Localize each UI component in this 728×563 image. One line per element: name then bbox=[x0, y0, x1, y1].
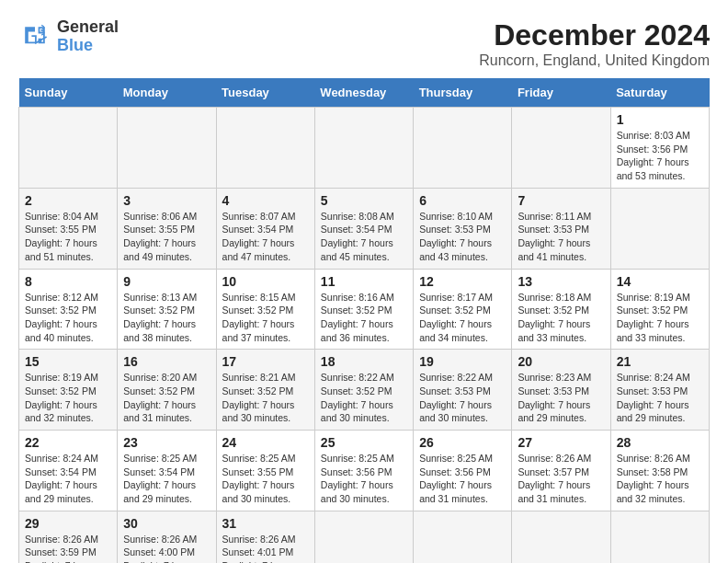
sunrise: Sunrise: 8:11 AM bbox=[518, 211, 591, 222]
sunset: Sunset: 3:55 PM bbox=[123, 224, 195, 235]
day-info: Sunrise: 8:04 AMSunset: 3:55 PMDaylight:… bbox=[25, 210, 111, 264]
calendar-cell: 14Sunrise: 8:19 AMSunset: 3:52 PMDayligh… bbox=[610, 269, 709, 350]
col-header-monday: Monday bbox=[118, 78, 216, 108]
sunrise: Sunrise: 8:17 AM bbox=[419, 292, 493, 303]
calendar-cell: 29Sunrise: 8:26 AMSunset: 3:59 PMDayligh… bbox=[19, 511, 118, 563]
sunrise: Sunrise: 8:20 AM bbox=[123, 372, 197, 383]
day-info: Sunrise: 8:08 AMSunset: 3:54 PMDaylight:… bbox=[321, 210, 407, 264]
day-number: 15 bbox=[25, 354, 111, 369]
sunset: Sunset: 3:52 PM bbox=[123, 304, 195, 316]
sunrise: Sunrise: 8:19 AM bbox=[617, 292, 690, 303]
calendar-cell: 30Sunrise: 8:26 AMSunset: 4:00 PMDayligh… bbox=[118, 511, 216, 563]
sunset: Sunset: 3:54 PM bbox=[25, 466, 97, 477]
page-title: December 2024 bbox=[479, 18, 710, 52]
sunset: Sunset: 3:53 PM bbox=[617, 385, 688, 396]
sunrise: Sunrise: 8:24 AM bbox=[617, 372, 690, 383]
calendar-cell bbox=[19, 108, 118, 189]
calendar-week-4: 15Sunrise: 8:19 AMSunset: 3:52 PMDayligh… bbox=[19, 350, 710, 431]
calendar-cell bbox=[118, 108, 216, 189]
day-info: Sunrise: 8:25 AMSunset: 3:55 PMDaylight:… bbox=[222, 452, 309, 506]
col-header-thursday: Thursday bbox=[414, 78, 512, 108]
sunrise: Sunrise: 8:24 AM bbox=[25, 453, 98, 464]
calendar-week-3: 8Sunrise: 8:12 AMSunset: 3:52 PMDaylight… bbox=[19, 269, 710, 350]
sunrise: Sunrise: 8:18 AM bbox=[518, 292, 591, 303]
day-number: 19 bbox=[419, 354, 506, 369]
daylight: Daylight: 7 hours and 51 minutes. bbox=[25, 237, 97, 262]
sunset: Sunset: 4:01 PM bbox=[222, 546, 294, 557]
sunrise: Sunrise: 8:07 AM bbox=[222, 211, 296, 222]
sunrise: Sunrise: 8:19 AM bbox=[25, 372, 98, 383]
day-number: 27 bbox=[518, 435, 604, 450]
calendar-cell bbox=[610, 188, 709, 269]
daylight: Daylight: 7 hours and 29 minutes. bbox=[123, 479, 196, 504]
sunrise: Sunrise: 8:22 AM bbox=[321, 372, 394, 383]
sunset: Sunset: 3:55 PM bbox=[25, 224, 97, 235]
col-header-friday: Friday bbox=[512, 78, 610, 108]
calendar-cell: 20Sunrise: 8:23 AMSunset: 3:53 PMDayligh… bbox=[512, 350, 610, 431]
day-info: Sunrise: 8:19 AMSunset: 3:52 PMDaylight:… bbox=[25, 371, 111, 425]
day-number: 3 bbox=[123, 193, 210, 208]
day-number: 4 bbox=[222, 193, 309, 208]
day-info: Sunrise: 8:26 AMSunset: 4:01 PMDaylight:… bbox=[222, 533, 309, 563]
sunset: Sunset: 3:56 PM bbox=[419, 466, 491, 477]
day-info: Sunrise: 8:15 AMSunset: 3:52 PMDaylight:… bbox=[222, 291, 309, 345]
sunrise: Sunrise: 8:21 AM bbox=[222, 372, 296, 383]
calendar-cell: 16Sunrise: 8:20 AMSunset: 3:52 PMDayligh… bbox=[118, 350, 216, 431]
calendar-cell bbox=[414, 511, 512, 563]
calendar-cell bbox=[512, 511, 610, 563]
sunset: Sunset: 3:53 PM bbox=[518, 385, 589, 396]
daylight: Daylight: 7 hours and 49 minutes. bbox=[123, 237, 196, 262]
day-info: Sunrise: 8:26 AMSunset: 4:00 PMDaylight:… bbox=[123, 533, 210, 563]
daylight: Daylight: 7 hours and 37 minutes. bbox=[222, 318, 295, 343]
day-number: 12 bbox=[419, 274, 506, 289]
logo-line1: General bbox=[57, 18, 119, 37]
sunset: Sunset: 3:59 PM bbox=[25, 546, 97, 557]
sunrise: Sunrise: 8:13 AM bbox=[123, 292, 197, 303]
day-info: Sunrise: 8:16 AMSunset: 3:52 PMDaylight:… bbox=[321, 291, 407, 345]
calendar-cell bbox=[216, 108, 314, 189]
calendar-week-5: 22Sunrise: 8:24 AMSunset: 3:54 PMDayligh… bbox=[19, 431, 710, 511]
daylight: Daylight: 7 hours and 32 minutes. bbox=[25, 399, 97, 424]
sunrise: Sunrise: 8:22 AM bbox=[419, 372, 493, 383]
logo-line2: Blue bbox=[57, 37, 119, 55]
calendar-cell: 23Sunrise: 8:25 AMSunset: 3:54 PMDayligh… bbox=[118, 431, 216, 511]
day-info: Sunrise: 8:22 AMSunset: 3:52 PMDaylight:… bbox=[321, 371, 407, 425]
day-number: 10 bbox=[222, 274, 309, 289]
calendar-table: SundayMondayTuesdayWednesdayThursdayFrid… bbox=[18, 78, 710, 563]
calendar-cell: 10Sunrise: 8:15 AMSunset: 3:52 PMDayligh… bbox=[216, 269, 314, 350]
day-info: Sunrise: 8:25 AMSunset: 3:56 PMDaylight:… bbox=[321, 452, 407, 506]
sunrise: Sunrise: 8:04 AM bbox=[25, 211, 98, 222]
calendar-cell: 3Sunrise: 8:06 AMSunset: 3:55 PMDaylight… bbox=[118, 188, 216, 269]
daylight: Daylight: 7 hours and 31 minutes. bbox=[419, 479, 492, 504]
day-number: 18 bbox=[321, 354, 407, 369]
daylight: Daylight: 7 hours and 29 minutes. bbox=[25, 479, 97, 504]
sunrise: Sunrise: 8:23 AM bbox=[518, 372, 591, 383]
calendar-cell: 26Sunrise: 8:25 AMSunset: 3:56 PMDayligh… bbox=[414, 431, 512, 511]
day-number: 22 bbox=[25, 435, 111, 450]
day-info: Sunrise: 8:19 AMSunset: 3:52 PMDaylight:… bbox=[617, 291, 703, 345]
sunset: Sunset: 3:56 PM bbox=[321, 466, 392, 477]
day-number: 26 bbox=[419, 435, 506, 450]
day-number: 7 bbox=[518, 193, 604, 208]
sunrise: Sunrise: 8:26 AM bbox=[518, 453, 591, 464]
calendar-cell: 27Sunrise: 8:26 AMSunset: 3:57 PMDayligh… bbox=[512, 431, 610, 511]
calendar-cell bbox=[314, 108, 413, 189]
day-info: Sunrise: 8:24 AMSunset: 3:53 PMDaylight:… bbox=[617, 371, 703, 425]
day-info: Sunrise: 8:12 AMSunset: 3:52 PMDaylight:… bbox=[25, 291, 111, 345]
calendar-cell: 21Sunrise: 8:24 AMSunset: 3:53 PMDayligh… bbox=[610, 350, 709, 431]
daylight: Daylight: 7 hours and 31 minutes. bbox=[518, 479, 590, 504]
day-number: 25 bbox=[321, 435, 407, 450]
daylight: Daylight: 7 hours and 30 minutes. bbox=[222, 399, 295, 424]
day-info: Sunrise: 8:07 AMSunset: 3:54 PMDaylight:… bbox=[222, 210, 309, 264]
sunset: Sunset: 4:00 PM bbox=[123, 546, 195, 557]
day-info: Sunrise: 8:10 AMSunset: 3:53 PMDaylight:… bbox=[419, 210, 506, 264]
calendar-cell: 9Sunrise: 8:13 AMSunset: 3:52 PMDaylight… bbox=[118, 269, 216, 350]
calendar-week-1: 1Sunrise: 8:03 AMSunset: 3:56 PMDaylight… bbox=[19, 108, 710, 189]
day-info: Sunrise: 8:26 AMSunset: 3:59 PMDaylight:… bbox=[25, 533, 111, 563]
sunrise: Sunrise: 8:16 AM bbox=[321, 292, 394, 303]
calendar-cell: 18Sunrise: 8:22 AMSunset: 3:52 PMDayligh… bbox=[314, 350, 413, 431]
sunset: Sunset: 3:53 PM bbox=[518, 224, 589, 235]
calendar-cell: 12Sunrise: 8:17 AMSunset: 3:52 PMDayligh… bbox=[414, 269, 512, 350]
daylight: Daylight: 7 hours and 36 minutes. bbox=[321, 318, 393, 343]
sunset: Sunset: 3:54 PM bbox=[321, 224, 392, 235]
